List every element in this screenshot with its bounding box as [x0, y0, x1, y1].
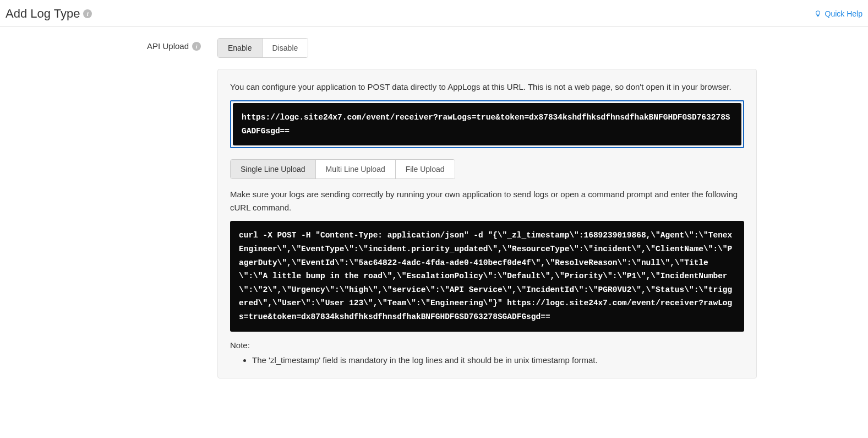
enable-button[interactable]: Enable [218, 39, 263, 57]
endpoint-url-highlight: https://logc.site24x7.com/event/receiver… [230, 100, 744, 148]
info-icon[interactable]: i [192, 42, 201, 51]
upload-mode-tabs: Single Line Upload Multi Line Upload Fil… [230, 159, 455, 179]
quick-help-label: Quick Help [825, 9, 862, 18]
endpoint-url[interactable]: https://logc.site24x7.com/event/receiver… [233, 103, 741, 145]
tab-file-upload[interactable]: File Upload [396, 160, 455, 179]
api-upload-panel: You can configure your application to PO… [217, 69, 757, 378]
quick-help-link[interactable]: Quick Help [814, 9, 862, 18]
tab-single-line[interactable]: Single Line Upload [231, 160, 316, 179]
curl-command-block[interactable]: curl -X POST -H "Content-Type: applicati… [230, 221, 744, 331]
note-label: Note: [230, 340, 744, 350]
label-column: API Upload i [6, 38, 217, 378]
note-section: Note: The 'zl_timestamp' field is mandat… [230, 340, 744, 367]
control-column: Enable Disable You can configure your ap… [217, 38, 757, 378]
api-upload-row: API Upload i Enable Disable You can conf… [0, 27, 868, 378]
note-item: The 'zl_timestamp' field is mandatory in… [252, 353, 744, 367]
note-list: The 'zl_timestamp' field is mandatory in… [230, 353, 744, 367]
tab-multi-line[interactable]: Multi Line Upload [316, 160, 396, 179]
bulb-icon [814, 10, 822, 18]
api-upload-label: API Upload i [147, 41, 201, 51]
info-icon[interactable]: i [83, 9, 92, 18]
curl-intro-text: Make sure your logs are sending correctl… [230, 188, 744, 214]
page-header: Add Log Type i Quick Help [0, 0, 868, 27]
page-title-text: Add Log Type [6, 7, 80, 21]
api-upload-label-text: API Upload [147, 41, 189, 51]
disable-button[interactable]: Disable [263, 39, 308, 57]
enable-disable-toggle: Enable Disable [217, 38, 308, 58]
page-title: Add Log Type i [6, 7, 92, 21]
endpoint-description: You can configure your application to PO… [230, 80, 744, 94]
